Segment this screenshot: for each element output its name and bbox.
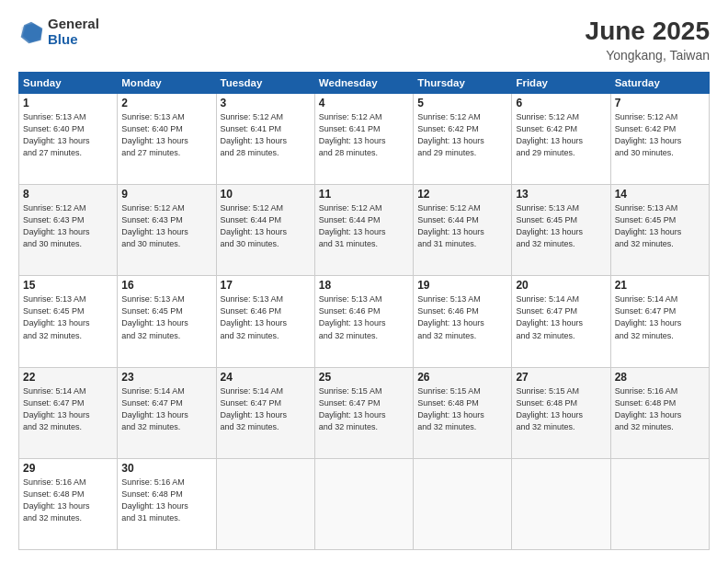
daylight-label: Daylight: 13 hours and 31 minutes. [319, 227, 386, 248]
day-info: Sunrise: 5:15 AM Sunset: 6:48 PM Dayligh… [417, 385, 507, 433]
sunset-label: Sunset: 6:47 PM [319, 398, 381, 408]
daylight-label: Daylight: 13 hours and 27 minutes. [121, 136, 188, 157]
daylight-label: Daylight: 13 hours and 30 minutes. [221, 227, 288, 248]
sunrise-label: Sunrise: 5:12 AM [23, 203, 86, 213]
daylight-label: Daylight: 13 hours and 29 minutes. [417, 136, 484, 157]
svg-marker-3 [21, 21, 43, 43]
sunset-label: Sunset: 6:46 PM [319, 306, 381, 316]
sunset-label: Sunset: 6:44 PM [417, 215, 479, 224]
calendar-week-1: 1 Sunrise: 5:13 AM Sunset: 6:40 PM Dayli… [19, 94, 710, 185]
daylight-label: Daylight: 13 hours and 27 minutes. [23, 136, 90, 157]
month-title: June 2025 [586, 17, 710, 46]
day-info: Sunrise: 5:14 AM Sunset: 6:47 PM Dayligh… [615, 293, 705, 341]
day-info: Sunrise: 5:15 AM Sunset: 6:47 PM Dayligh… [319, 385, 409, 433]
day-info: Sunrise: 5:12 AM Sunset: 6:44 PM Dayligh… [319, 202, 409, 250]
day-number: 18 [319, 279, 409, 292]
day-info: Sunrise: 5:12 AM Sunset: 6:44 PM Dayligh… [221, 202, 311, 250]
calendar-cell: 22 Sunrise: 5:14 AM Sunset: 6:47 PM Dayl… [19, 367, 118, 458]
col-tuesday: Tuesday [216, 73, 314, 94]
calendar-cell: 19 Sunrise: 5:13 AM Sunset: 6:46 PM Dayl… [414, 276, 512, 367]
day-number: 14 [615, 188, 705, 201]
sunrise-label: Sunrise: 5:13 AM [319, 294, 382, 304]
day-info: Sunrise: 5:16 AM Sunset: 6:48 PM Dayligh… [121, 477, 211, 524]
sunset-label: Sunset: 6:45 PM [121, 306, 183, 316]
calendar-cell [610, 458, 709, 549]
sunset-label: Sunset: 6:40 PM [121, 124, 183, 133]
sunrise-label: Sunrise: 5:12 AM [417, 112, 481, 121]
col-friday: Friday [512, 73, 610, 94]
sunset-label: Sunset: 6:40 PM [23, 124, 85, 133]
location: Yongkang, Taiwan [586, 48, 710, 63]
day-number: 5 [417, 97, 507, 109]
day-number: 19 [417, 279, 507, 292]
day-info: Sunrise: 5:12 AM Sunset: 6:44 PM Dayligh… [417, 202, 507, 250]
calendar-week-4: 22 Sunrise: 5:14 AM Sunset: 6:47 PM Dayl… [19, 367, 710, 458]
day-number: 15 [23, 279, 113, 292]
day-number: 26 [417, 371, 507, 384]
sunset-label: Sunset: 6:47 PM [121, 398, 183, 408]
daylight-label: Daylight: 13 hours and 28 minutes. [221, 136, 288, 157]
daylight-label: Daylight: 13 hours and 32 minutes. [121, 318, 188, 339]
daylight-label: Daylight: 13 hours and 32 minutes. [516, 318, 583, 339]
calendar-cell: 15 Sunrise: 5:13 AM Sunset: 6:45 PM Dayl… [19, 276, 118, 367]
sunset-label: Sunset: 6:42 PM [615, 124, 677, 133]
day-number: 11 [319, 188, 409, 201]
sunrise-label: Sunrise: 5:12 AM [417, 203, 481, 213]
sunrise-label: Sunrise: 5:14 AM [516, 294, 579, 304]
sunset-label: Sunset: 6:47 PM [23, 398, 85, 408]
sunrise-label: Sunrise: 5:14 AM [23, 386, 86, 396]
day-number: 25 [319, 371, 409, 384]
day-info: Sunrise: 5:14 AM Sunset: 6:47 PM Dayligh… [221, 385, 311, 433]
daylight-label: Daylight: 13 hours and 32 minutes. [121, 410, 188, 431]
sunrise-label: Sunrise: 5:14 AM [121, 386, 185, 396]
sunrise-label: Sunrise: 5:16 AM [615, 386, 678, 396]
daylight-label: Daylight: 13 hours and 28 minutes. [319, 136, 386, 157]
calendar-cell: 20 Sunrise: 5:14 AM Sunset: 6:47 PM Dayl… [512, 276, 610, 367]
sunset-label: Sunset: 6:46 PM [221, 306, 282, 316]
sunrise-label: Sunrise: 5:12 AM [221, 203, 284, 213]
sunrise-label: Sunrise: 5:13 AM [221, 294, 284, 304]
calendar-cell: 26 Sunrise: 5:15 AM Sunset: 6:48 PM Dayl… [414, 367, 512, 458]
calendar-cell [512, 458, 610, 549]
sunrise-label: Sunrise: 5:16 AM [121, 477, 185, 487]
daylight-label: Daylight: 13 hours and 32 minutes. [319, 318, 386, 339]
day-number: 8 [23, 188, 113, 201]
calendar-cell: 2 Sunrise: 5:13 AM Sunset: 6:40 PM Dayli… [118, 94, 216, 185]
sunrise-label: Sunrise: 5:13 AM [23, 294, 86, 304]
calendar-cell: 25 Sunrise: 5:15 AM Sunset: 6:47 PM Dayl… [314, 367, 413, 458]
daylight-label: Daylight: 13 hours and 32 minutes. [516, 410, 583, 431]
sunrise-label: Sunrise: 5:15 AM [516, 386, 579, 396]
day-info: Sunrise: 5:13 AM Sunset: 6:40 PM Dayligh… [23, 111, 113, 159]
day-info: Sunrise: 5:12 AM Sunset: 6:42 PM Dayligh… [417, 111, 507, 159]
daylight-label: Daylight: 13 hours and 32 minutes. [417, 318, 484, 339]
day-info: Sunrise: 5:12 AM Sunset: 6:42 PM Dayligh… [516, 111, 606, 159]
calendar-cell: 11 Sunrise: 5:12 AM Sunset: 6:44 PM Dayl… [314, 185, 413, 276]
daylight-label: Daylight: 13 hours and 32 minutes. [615, 318, 682, 339]
day-number: 2 [121, 97, 211, 109]
day-number: 28 [615, 371, 705, 384]
calendar-cell: 24 Sunrise: 5:14 AM Sunset: 6:47 PM Dayl… [216, 367, 314, 458]
day-number: 6 [516, 97, 606, 109]
calendar-cell: 30 Sunrise: 5:16 AM Sunset: 6:48 PM Dayl… [118, 458, 216, 549]
calendar-cell: 8 Sunrise: 5:12 AM Sunset: 6:43 PM Dayli… [19, 185, 118, 276]
sunrise-label: Sunrise: 5:12 AM [319, 203, 382, 213]
day-number: 13 [516, 188, 606, 201]
calendar-cell: 23 Sunrise: 5:14 AM Sunset: 6:47 PM Dayl… [118, 367, 216, 458]
logo-icon [18, 19, 44, 45]
logo-blue: Blue [48, 32, 99, 48]
day-info: Sunrise: 5:14 AM Sunset: 6:47 PM Dayligh… [121, 385, 211, 433]
sunset-label: Sunset: 6:48 PM [417, 398, 479, 408]
sunset-label: Sunset: 6:48 PM [615, 398, 677, 408]
sunset-label: Sunset: 6:47 PM [615, 306, 677, 316]
sunset-label: Sunset: 6:43 PM [23, 215, 85, 224]
calendar-week-2: 8 Sunrise: 5:12 AM Sunset: 6:43 PM Dayli… [19, 185, 710, 276]
daylight-label: Daylight: 13 hours and 30 minutes. [23, 227, 90, 248]
calendar-cell: 12 Sunrise: 5:12 AM Sunset: 6:44 PM Dayl… [414, 185, 512, 276]
day-number: 12 [417, 188, 507, 201]
calendar-week-5: 29 Sunrise: 5:16 AM Sunset: 6:48 PM Dayl… [19, 458, 710, 549]
day-info: Sunrise: 5:15 AM Sunset: 6:48 PM Dayligh… [516, 385, 606, 433]
header: General Blue June 2025 Yongkang, Taiwan [18, 17, 710, 63]
daylight-label: Daylight: 13 hours and 32 minutes. [417, 410, 484, 431]
sunrise-label: Sunrise: 5:14 AM [615, 294, 678, 304]
sunset-label: Sunset: 6:44 PM [221, 215, 282, 224]
